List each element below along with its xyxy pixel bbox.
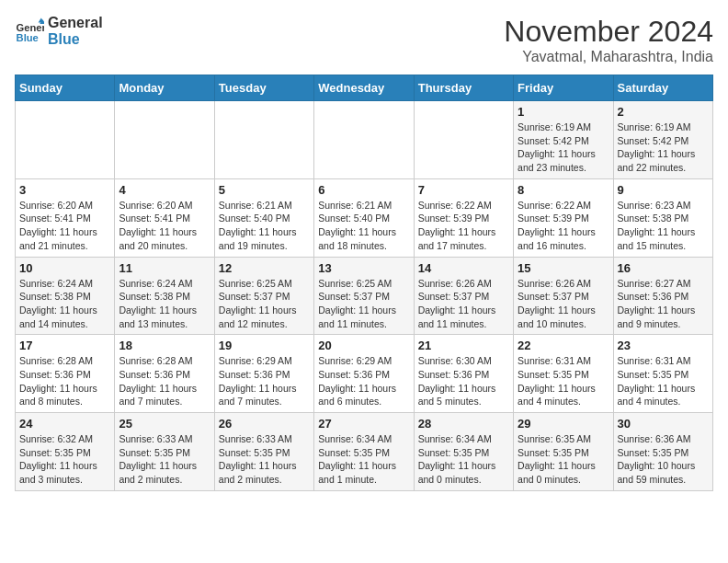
weekday-header-tuesday: Tuesday (214, 75, 313, 101)
day-number: 25 (119, 417, 210, 431)
weekday-header-thursday: Thursday (414, 75, 513, 101)
week-row-3: 10Sunrise: 6:24 AM Sunset: 5:38 PM Dayli… (16, 257, 713, 335)
day-detail: Sunrise: 6:20 AM Sunset: 5:41 PM Dayligh… (119, 199, 210, 253)
day-cell: 12Sunrise: 6:25 AM Sunset: 5:37 PM Dayli… (214, 257, 313, 335)
day-detail: Sunrise: 6:25 AM Sunset: 5:37 PM Dayligh… (318, 277, 409, 331)
day-cell: 13Sunrise: 6:25 AM Sunset: 5:37 PM Dayli… (314, 257, 414, 335)
day-detail: Sunrise: 6:26 AM Sunset: 5:37 PM Dayligh… (418, 277, 509, 331)
logo-line2: Blue (48, 31, 103, 48)
day-number: 11 (119, 261, 210, 275)
day-number: 8 (518, 183, 609, 197)
weekday-header-saturday: Saturday (613, 75, 712, 101)
day-cell: 10Sunrise: 6:24 AM Sunset: 5:38 PM Dayli… (16, 257, 115, 335)
day-number: 16 (618, 261, 709, 275)
day-cell: 26Sunrise: 6:33 AM Sunset: 5:35 PM Dayli… (214, 413, 313, 491)
location-title: Yavatmal, Maharashtra, India (504, 49, 713, 65)
day-cell: 14Sunrise: 6:26 AM Sunset: 5:37 PM Dayli… (414, 257, 513, 335)
day-cell: 29Sunrise: 6:35 AM Sunset: 5:35 PM Dayli… (514, 413, 613, 491)
week-row-5: 24Sunrise: 6:32 AM Sunset: 5:35 PM Dayli… (16, 413, 713, 491)
logo-text-area: General Blue (48, 15, 103, 47)
day-number: 17 (19, 339, 110, 352)
day-cell: 30Sunrise: 6:36 AM Sunset: 5:35 PM Dayli… (613, 413, 712, 491)
day-number: 23 (618, 339, 709, 352)
day-cell: 23Sunrise: 6:31 AM Sunset: 5:35 PM Dayli… (613, 335, 712, 413)
day-detail: Sunrise: 6:24 AM Sunset: 5:38 PM Dayligh… (19, 277, 110, 331)
day-detail: Sunrise: 6:30 AM Sunset: 5:36 PM Dayligh… (418, 354, 509, 408)
day-number: 18 (119, 339, 210, 352)
logo-icon: General Blue (15, 17, 44, 46)
day-detail: Sunrise: 6:23 AM Sunset: 5:38 PM Dayligh… (618, 199, 709, 253)
day-detail: Sunrise: 6:33 AM Sunset: 5:35 PM Dayligh… (219, 432, 310, 487)
day-cell: 24Sunrise: 6:32 AM Sunset: 5:35 PM Dayli… (16, 413, 115, 491)
weekday-header: SundayMondayTuesdayWednesdayThursdayFrid… (16, 75, 713, 101)
day-number: 28 (418, 417, 509, 431)
day-detail: Sunrise: 6:21 AM Sunset: 5:40 PM Dayligh… (219, 199, 310, 253)
day-number: 6 (318, 183, 409, 197)
day-cell: 4Sunrise: 6:20 AM Sunset: 5:41 PM Daylig… (115, 178, 214, 257)
title-area: November 2024 Yavatmal, Maharashtra, Ind… (504, 15, 713, 65)
day-detail: Sunrise: 6:28 AM Sunset: 5:36 PM Dayligh… (119, 354, 210, 408)
day-cell: 8Sunrise: 6:22 AM Sunset: 5:39 PM Daylig… (514, 178, 613, 257)
day-cell: 5Sunrise: 6:21 AM Sunset: 5:40 PM Daylig… (214, 178, 313, 257)
day-cell: 7Sunrise: 6:22 AM Sunset: 5:39 PM Daylig… (414, 178, 513, 257)
day-cell: 16Sunrise: 6:27 AM Sunset: 5:36 PM Dayli… (613, 257, 712, 335)
day-number: 14 (418, 261, 509, 275)
day-detail: Sunrise: 6:32 AM Sunset: 5:35 PM Dayligh… (19, 432, 110, 487)
day-cell: 21Sunrise: 6:30 AM Sunset: 5:36 PM Dayli… (414, 335, 513, 413)
day-detail: Sunrise: 6:28 AM Sunset: 5:36 PM Dayligh… (19, 354, 110, 408)
calendar-body: 1Sunrise: 6:19 AM Sunset: 5:42 PM Daylig… (16, 101, 713, 491)
day-cell: 18Sunrise: 6:28 AM Sunset: 5:36 PM Dayli… (115, 335, 214, 413)
day-number: 27 (318, 417, 409, 431)
day-detail: Sunrise: 6:21 AM Sunset: 5:40 PM Dayligh… (318, 199, 409, 253)
day-cell (414, 101, 513, 179)
day-detail: Sunrise: 6:19 AM Sunset: 5:42 PM Dayligh… (518, 121, 609, 175)
day-cell (214, 101, 313, 179)
day-cell: 11Sunrise: 6:24 AM Sunset: 5:38 PM Dayli… (115, 257, 214, 335)
day-detail: Sunrise: 6:34 AM Sunset: 5:35 PM Dayligh… (418, 432, 509, 487)
day-cell: 3Sunrise: 6:20 AM Sunset: 5:41 PM Daylig… (16, 178, 115, 257)
logo: General Blue General Blue (15, 15, 103, 47)
day-detail: Sunrise: 6:25 AM Sunset: 5:37 PM Dayligh… (219, 277, 310, 331)
day-number: 2 (618, 105, 709, 119)
day-detail: Sunrise: 6:34 AM Sunset: 5:35 PM Dayligh… (318, 432, 409, 487)
day-number: 15 (518, 261, 609, 275)
day-number: 4 (119, 183, 210, 197)
day-number: 13 (318, 261, 409, 275)
day-cell (16, 101, 115, 179)
day-cell: 15Sunrise: 6:26 AM Sunset: 5:37 PM Dayli… (514, 257, 613, 335)
svg-text:Blue: Blue (17, 32, 39, 43)
day-number: 3 (19, 183, 110, 197)
day-cell (314, 101, 414, 179)
day-detail: Sunrise: 6:19 AM Sunset: 5:42 PM Dayligh… (618, 121, 709, 175)
day-cell: 25Sunrise: 6:33 AM Sunset: 5:35 PM Dayli… (115, 413, 214, 491)
day-number: 1 (518, 105, 609, 119)
week-row-1: 1Sunrise: 6:19 AM Sunset: 5:42 PM Daylig… (16, 101, 713, 179)
day-cell: 22Sunrise: 6:31 AM Sunset: 5:35 PM Dayli… (514, 335, 613, 413)
day-detail: Sunrise: 6:22 AM Sunset: 5:39 PM Dayligh… (518, 199, 609, 253)
day-cell: 28Sunrise: 6:34 AM Sunset: 5:35 PM Dayli… (414, 413, 513, 491)
week-row-4: 17Sunrise: 6:28 AM Sunset: 5:36 PM Dayli… (16, 335, 713, 413)
day-number: 26 (219, 417, 310, 431)
day-number: 29 (518, 417, 609, 431)
day-number: 21 (418, 339, 509, 352)
day-number: 24 (19, 417, 110, 431)
day-cell: 6Sunrise: 6:21 AM Sunset: 5:40 PM Daylig… (314, 178, 414, 257)
day-detail: Sunrise: 6:31 AM Sunset: 5:35 PM Dayligh… (518, 354, 609, 408)
day-cell: 17Sunrise: 6:28 AM Sunset: 5:36 PM Dayli… (16, 335, 115, 413)
week-row-2: 3Sunrise: 6:20 AM Sunset: 5:41 PM Daylig… (16, 178, 713, 257)
day-detail: Sunrise: 6:22 AM Sunset: 5:39 PM Dayligh… (418, 199, 509, 253)
weekday-header-sunday: Sunday (16, 75, 115, 101)
day-cell: 1Sunrise: 6:19 AM Sunset: 5:42 PM Daylig… (514, 101, 613, 179)
day-detail: Sunrise: 6:26 AM Sunset: 5:37 PM Dayligh… (518, 277, 609, 331)
weekday-header-monday: Monday (115, 75, 214, 101)
day-cell: 19Sunrise: 6:29 AM Sunset: 5:36 PM Dayli… (214, 335, 313, 413)
day-detail: Sunrise: 6:31 AM Sunset: 5:35 PM Dayligh… (618, 354, 709, 408)
day-number: 30 (618, 417, 709, 431)
day-cell: 2Sunrise: 6:19 AM Sunset: 5:42 PM Daylig… (613, 101, 712, 179)
day-detail: Sunrise: 6:33 AM Sunset: 5:35 PM Dayligh… (119, 432, 210, 487)
day-detail: Sunrise: 6:29 AM Sunset: 5:36 PM Dayligh… (219, 354, 310, 408)
day-detail: Sunrise: 6:35 AM Sunset: 5:35 PM Dayligh… (518, 432, 609, 487)
day-cell (115, 101, 214, 179)
day-detail: Sunrise: 6:29 AM Sunset: 5:36 PM Dayligh… (318, 354, 409, 408)
day-number: 7 (418, 183, 509, 197)
